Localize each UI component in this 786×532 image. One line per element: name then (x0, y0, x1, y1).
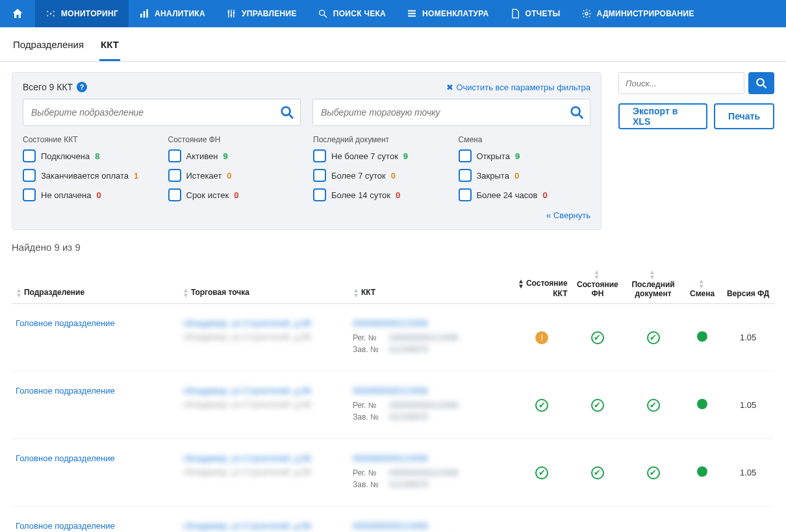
point-select[interactable] (312, 99, 590, 126)
checkbox[interactable] (23, 188, 36, 201)
filter-label: Не оплачена (41, 190, 91, 200)
filter-checkbox-row[interactable]: Закрыта 0 (459, 169, 591, 182)
nav-search-receipt[interactable]: ПОИСК ЧЕКА (307, 0, 396, 27)
svg-point-13 (233, 12, 235, 14)
sort-icon[interactable]: ▲▼ (593, 270, 600, 280)
sort-icon[interactable]: ▲▼ (183, 288, 189, 298)
filter-group-title: Состояние ФН (168, 135, 301, 144)
filter-group: Состояние ККТПодключена 8Заканчивается о… (23, 135, 155, 220)
filter-count: 0 (396, 190, 400, 200)
checkbox[interactable] (459, 169, 472, 182)
filter-checkbox-row[interactable]: Истекает 0 (168, 169, 301, 182)
dept-link[interactable]: Головное подразделение (16, 453, 115, 463)
sort-icon[interactable]: ▲▼ (353, 288, 359, 298)
checkbox[interactable] (23, 169, 36, 182)
checkbox[interactable] (168, 188, 181, 201)
filter-label: Не более 7 суток (331, 151, 398, 161)
nav-admin[interactable]: АДМИНИСТРИРОВАНИЕ (571, 0, 705, 27)
filter-checkbox-row[interactable]: Заканчивается оплата 1 (23, 169, 155, 182)
filter-label: Истекает (186, 171, 222, 181)
status-ok-icon: ✔ (535, 399, 548, 412)
filter-label: Открыта (477, 151, 510, 161)
global-search-input[interactable] (618, 72, 744, 94)
checkbox[interactable] (168, 169, 181, 182)
col-last-doc[interactable]: Последний документ (631, 280, 674, 298)
sort-icon[interactable]: ▲▼ (698, 279, 705, 289)
filter-checkbox-row[interactable]: Более 7 суток 0 (313, 169, 446, 182)
search-icon (755, 77, 767, 89)
kkt-link[interactable]: 0000000000123456 (353, 453, 509, 463)
nav-reports[interactable]: ОТЧЕТЫ (500, 0, 571, 27)
filter-count: 8 (95, 151, 99, 161)
zav-label: Зав. № (353, 480, 389, 489)
filter-checkbox-row[interactable]: Подключена 8 (23, 149, 155, 162)
collapse-link[interactable]: « Свернуть (546, 210, 590, 220)
dept-select[interactable] (23, 99, 301, 126)
home-button[interactable] (0, 0, 35, 27)
filter-checkbox-row[interactable]: Открыта 9 (459, 149, 591, 162)
clear-filters-link[interactable]: ✖ Очистить все параметры фильтра (446, 82, 590, 92)
sort-icon[interactable]: ▲▼ (16, 288, 22, 298)
filter-group: Состояние ФНАктивен 9Истекает 0Срок исте… (168, 135, 301, 220)
col-fd-version[interactable]: Версия ФД (727, 289, 769, 298)
search-icon[interactable] (564, 105, 590, 120)
filter-group: Последний документНе более 7 суток 9Боле… (313, 135, 446, 220)
search-icon (318, 8, 328, 19)
checkbox[interactable] (459, 149, 472, 162)
filter-label: Более 7 суток (331, 171, 386, 181)
dept-link[interactable]: Головное подразделение (16, 318, 115, 328)
checkbox[interactable] (23, 149, 36, 162)
status-ok-icon: ✔ (647, 331, 660, 344)
checkbox[interactable] (459, 188, 472, 201)
sub-nav: Подразделения ККТ (0, 27, 786, 62)
dept-link[interactable]: Головное подразделение (16, 386, 115, 396)
svg-rect-6 (144, 11, 146, 18)
filter-label: Закрыта (477, 171, 509, 181)
dept-link[interactable]: Головное подразделение (16, 521, 115, 531)
dept-input[interactable] (23, 107, 274, 118)
col-kkt[interactable]: ККТ (361, 288, 375, 297)
sort-icon[interactable]: ▲▼ (649, 270, 655, 280)
chevron-up-icon: « (546, 210, 551, 220)
filter-checkbox-row[interactable]: Более 24 часов 0 (459, 188, 591, 201)
kkt-link[interactable]: 0000000000123456 (353, 386, 509, 396)
point-link[interactable]: г.Владимир, ул.Строителей, д.96 (183, 318, 345, 328)
search-icon[interactable] (274, 105, 300, 120)
point-link[interactable]: г.Владимир, ул.Строителей, д.96 (183, 453, 345, 463)
export-xls-button[interactable]: Экспорт в XLS (618, 103, 707, 129)
filter-group-title: Состояние ККТ (23, 135, 155, 144)
col-shift[interactable]: Смена (690, 289, 715, 298)
col-dept[interactable]: Подразделение (24, 288, 84, 297)
kkt-link[interactable]: 0000000000123456 (353, 318, 509, 328)
checkbox[interactable] (313, 169, 326, 182)
zav-value: 012345678 (389, 480, 428, 489)
checkbox[interactable] (313, 149, 326, 162)
kkt-link[interactable]: 0000000000123456 (353, 521, 509, 531)
tab-kkt[interactable]: ККТ (99, 27, 120, 61)
filter-checkbox-row[interactable]: Срок истек 0 (168, 188, 301, 201)
checkbox[interactable] (313, 188, 326, 201)
col-state-kkt[interactable]: Состояние ККТ (526, 279, 568, 298)
filter-label: Заканчивается оплата (41, 171, 129, 181)
sort-icon[interactable]: ▲▼ (518, 279, 524, 289)
nav-analytics[interactable]: АНАЛИТИКА (129, 0, 216, 27)
point-link[interactable]: г.Владимир, ул.Строителей, д.96 (183, 386, 345, 396)
filter-checkbox-row[interactable]: Не оплачена 0 (23, 188, 155, 201)
nav-monitoring[interactable]: МОНИТОРИНГ (35, 0, 129, 27)
point-input[interactable] (313, 107, 564, 118)
filter-checkbox-row[interactable]: Активен 9 (168, 149, 301, 162)
nav-label: НОМЕНКЛАТУРА (422, 9, 489, 18)
help-icon[interactable]: ? (77, 82, 87, 92)
print-button[interactable]: Печать (714, 103, 774, 129)
svg-rect-16 (408, 10, 416, 12)
global-search-button[interactable] (748, 72, 774, 94)
nav-management[interactable]: УПРАВЛЕНИЕ (216, 0, 307, 27)
filter-checkbox-row[interactable]: Более 14 суток 0 (313, 188, 446, 201)
filter-checkbox-row[interactable]: Не более 7 суток 9 (313, 149, 446, 162)
col-point[interactable]: Торговая точка (191, 288, 249, 297)
checkbox[interactable] (168, 149, 181, 162)
tab-departments[interactable]: Подразделения (12, 27, 85, 61)
nav-nomenclature[interactable]: НОМЕНКЛАТУРА (396, 0, 500, 27)
point-link[interactable]: г.Владимир, ул.Строителей, д.96 (183, 521, 345, 531)
col-state-fn[interactable]: Состояние ФН (577, 280, 618, 298)
